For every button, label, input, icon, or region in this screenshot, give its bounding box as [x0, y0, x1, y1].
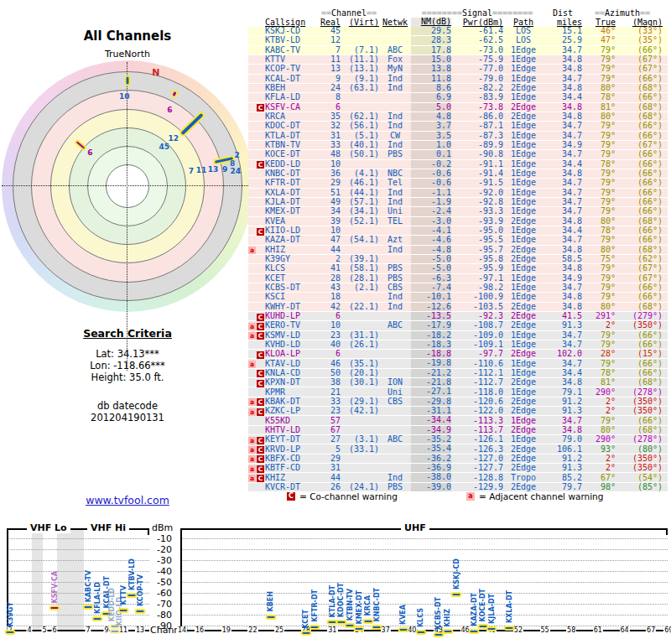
callsign-cell: KEYT-DT: [265, 435, 319, 444]
distance-cell: 34.9: [544, 141, 582, 149]
distance-cell: 58.5: [544, 255, 582, 263]
path-cell: 2Edge: [503, 103, 544, 112]
table-row: KDOC-DT32(56.1)Ind3.7-87.11Edge34.779°(6…: [248, 122, 668, 131]
real-channel-cell: 67: [319, 426, 341, 434]
power-cell: -97.7: [451, 350, 503, 358]
table-row: KAZA-DT47(54.1)Azt-4.6-95.51Edge34.779°(…: [248, 236, 668, 245]
real-channel-cell: 29: [319, 179, 341, 187]
callsign-cell: KBTF-CD: [265, 464, 319, 472]
co-channel-warning-slot: [257, 246, 265, 253]
tvfool-link[interactable]: www.tvfool.com: [86, 494, 169, 506]
azimuth-true-cell: 2°: [582, 407, 616, 415]
network-cell: Ind: [379, 112, 411, 121]
path-cell: 2Edge: [503, 312, 544, 320]
azimuth-true-cell: 79°: [582, 141, 616, 149]
warning-flags: C: [248, 351, 265, 358]
co-channel-warning-icon: C: [257, 465, 264, 473]
azimuth-magnetic-cell: (350°): [616, 321, 663, 330]
callsign-cell: KPXN-DT: [265, 378, 319, 387]
chart-point-label-text: KRCA: [364, 595, 372, 615]
virtual-channel-cell: (3.1): [341, 435, 379, 444]
callsign-cell: KERO-TV: [265, 321, 319, 330]
network-cell: PBS: [379, 150, 411, 158]
chart-point-label-text: KVEA: [399, 605, 407, 625]
real-channel-cell: 40: [319, 340, 341, 349]
polar-marker-label: 9: [222, 165, 227, 174]
co-channel-warning-icon: C: [257, 161, 264, 169]
azimuth-magnetic-cell: (68°): [616, 84, 663, 92]
azimuth-true-cell: 80°: [582, 112, 616, 121]
adjacent-warning-slot: [248, 56, 257, 64]
chart-point-label-text: KTLA-DT: [329, 585, 336, 617]
warning-flags: [248, 208, 265, 216]
real-channel-cell: 48: [319, 150, 341, 158]
real-channel-cell: 32: [319, 122, 341, 130]
path-cell: 1Edge: [503, 189, 544, 197]
virtual-channel-cell: (33.1): [341, 445, 379, 454]
vhf-hi-band-label: VHF Hi: [87, 522, 129, 533]
noise-margin-cell: -35.2: [411, 435, 451, 444]
polar-marker-label: 45: [159, 143, 169, 151]
azimuth-true-cell: 79°: [582, 417, 616, 425]
virtual-channel-cell: (28.1): [341, 274, 379, 283]
uhf-left-border: [180, 528, 182, 631]
azimuth-magnetic-cell: (68°): [616, 426, 663, 434]
dbm-tick-label: -40: [148, 566, 172, 577]
virtual-channel-cell: (50.1): [341, 150, 379, 158]
azimuth-magnetic-cell: (66°): [616, 283, 663, 292]
noise-margin-cell: -0.6: [411, 169, 451, 178]
path-cell: 1Edge: [503, 293, 544, 301]
network-cell: Ind: [379, 75, 411, 83]
warning-flags: [248, 483, 265, 491]
real-channel-cell: 49: [319, 198, 341, 206]
adjacent-warning-slot: [248, 151, 257, 158]
power-cell: -126.1: [451, 435, 503, 444]
chart-point-label-text: KXLA-DT: [506, 590, 513, 623]
noise-margin-cell: -5.0: [411, 255, 451, 263]
table-row: KPMR21Uni-27.1-118.01Edge79.1290°(278°): [248, 387, 668, 397]
callsign-cell: KSFV-CA: [265, 103, 319, 112]
azimuth-magnetic-cell: (278°): [616, 388, 663, 397]
path-cell: 2Edge: [503, 378, 544, 387]
path-cell: 1Edge: [503, 179, 544, 187]
azimuth-true-cell: 2°: [582, 454, 616, 463]
virtual-channel-cell: (26.1): [341, 340, 379, 349]
noise-margin-cell: -31.1: [411, 407, 451, 415]
real-channel-cell: 42: [319, 303, 341, 311]
vhf-lo-band-label: VHF Lo: [27, 522, 70, 533]
power-cell: -83.9: [451, 93, 503, 101]
warning-flags: [248, 236, 265, 244]
distance-cell: 79.7: [544, 483, 582, 491]
path-cell: 1Edge: [503, 435, 544, 444]
polar-chart-title: All Channels: [2, 29, 253, 44]
network-cell: PBS: [379, 264, 411, 273]
azimuth-magnetic-cell: (279°): [616, 312, 663, 320]
virtual-channel-cell: (22.1): [341, 303, 379, 311]
path-cell: 1Edge: [503, 122, 544, 130]
power-cell: -126.3: [451, 445, 503, 454]
azimuth-true-cell: 79°: [582, 360, 616, 368]
channel-tick-label: 9: [103, 626, 109, 634]
channel-table-body: KSKJ-CD4529.5-61.4LOS15.146°(33°)KTBV-LD…: [248, 27, 668, 492]
warning-flags: a: [248, 246, 265, 253]
callsign-cell: KTBN-TV: [265, 141, 319, 149]
path-cell: 1Edge: [503, 46, 544, 55]
noise-margin-cell: 11.8: [411, 75, 451, 83]
channel-tick-label: 5: [41, 626, 47, 634]
callsign-cell: KLCS: [265, 264, 319, 273]
warning-flags: [248, 85, 265, 92]
adjacent-channel-warning-icon: a: [248, 446, 256, 454]
table-row: CKUHD-LP6-13.5-92.32Edge41.5291°(279°): [248, 312, 668, 321]
co-channel-warning-icon: C: [257, 351, 264, 359]
real-channel-cell: 6: [319, 350, 341, 358]
real-channel-cell: 26: [319, 483, 341, 491]
distance-cell: 15.1: [544, 27, 582, 35]
distance-cell: 34.7: [544, 179, 582, 187]
warning-flags: aC: [248, 445, 265, 453]
power-cell: -97.1: [451, 274, 503, 283]
power-cell: -82.2: [451, 84, 503, 92]
co-channel-warning-slot: [257, 122, 265, 130]
real-channel-cell: 10: [319, 160, 341, 169]
real-channel-cell: 9: [319, 75, 341, 83]
table-row: KTBV-LD1228.3-62.5LOS25.947°(35°): [248, 36, 668, 45]
